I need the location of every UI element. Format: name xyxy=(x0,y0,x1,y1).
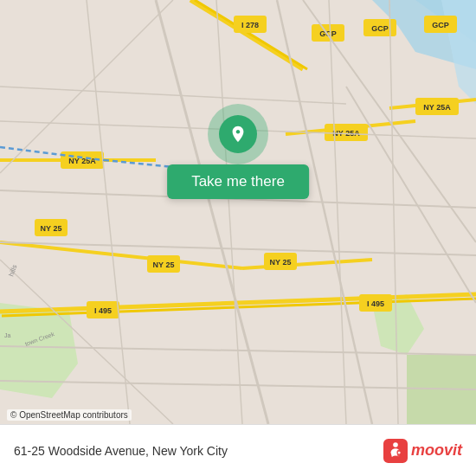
moovit-logo: moovit xyxy=(383,439,462,463)
svg-text:I 495: I 495 xyxy=(367,299,384,308)
svg-text:NY 25: NY 25 xyxy=(270,258,292,267)
svg-text:NY 25: NY 25 xyxy=(153,261,175,269)
svg-text:I 278: I 278 xyxy=(241,21,259,29)
svg-text:GCP: GCP xyxy=(432,21,449,29)
svg-text:GCP: GCP xyxy=(371,24,389,33)
svg-text:NY 25: NY 25 xyxy=(41,224,62,233)
moovit-brand-text: moovit xyxy=(411,441,462,460)
svg-text:I 495: I 495 xyxy=(94,306,112,315)
map-attribution: © OpenStreetMap contributors xyxy=(7,409,132,421)
map-pin xyxy=(208,104,268,164)
svg-point-62 xyxy=(393,442,398,447)
address-text: 61-25 Woodside Avenue, New York City xyxy=(14,444,228,458)
svg-text:NY 25A: NY 25A xyxy=(423,103,451,112)
take-me-there-button[interactable]: Take me there xyxy=(167,164,309,199)
svg-text:NY 25A: NY 25A xyxy=(68,157,96,165)
svg-point-63 xyxy=(398,451,401,453)
bottom-bar: 61-25 Woodside Avenue, New York City moo… xyxy=(0,424,476,476)
map-container: I 278 NY 25A NY 25A NY 25A GCP GCP GCP N… xyxy=(0,0,476,424)
svg-text:Ja: Ja xyxy=(4,332,11,338)
